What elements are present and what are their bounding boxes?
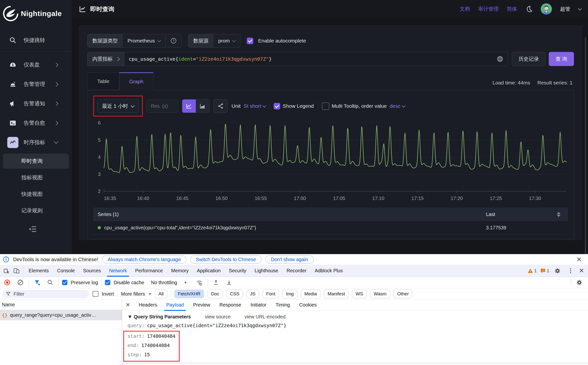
tab-timing[interactable]: Timing [271,299,294,311]
view-source-link[interactable]: view source [205,314,230,320]
sidebar-item-dashboards[interactable]: 仪表盘 [0,55,72,75]
tab-response[interactable]: Response [215,299,245,311]
tab-memory[interactable]: Memory [167,265,193,277]
tab-preview[interactable]: Preview [189,299,214,311]
sidebar-item-timeseries-metrics[interactable]: 时序指标 [0,133,72,152]
import-har-icon[interactable] [211,278,221,287]
dont-show-again-button[interactable]: Don't show again [265,255,314,264]
banner-close-icon[interactable]: ✕ [576,256,582,263]
sidebar-collapse-button[interactable] [29,225,72,233]
last-column-header[interactable]: Last [486,212,554,217]
device-toolbar-icon[interactable] [12,266,21,276]
filter-funnel-icon[interactable] [32,278,42,287]
line-chart-toggle[interactable] [182,100,196,113]
view-url-encoded-link[interactable]: view URL-encoded [245,314,286,320]
more-filters-caret-icon[interactable]: ▼ [148,292,151,296]
sort-icon[interactable] [554,212,564,217]
tab-network[interactable]: Network [105,265,131,277]
chip-wasm[interactable]: Wasm [370,290,390,298]
tab-security[interactable]: Security [225,265,250,277]
devtools-close-icon[interactable]: ✕ [579,267,584,274]
show-legend-checkbox[interactable] [274,103,280,109]
chip-media[interactable]: Media [301,290,321,298]
kebab-menu-icon[interactable] [566,266,575,276]
chip-doc[interactable]: Doc [207,290,223,298]
export-har-icon[interactable] [224,278,234,287]
chip-manifest[interactable]: Manifest [324,290,349,298]
more-filters-select[interactable]: More filters [121,291,145,297]
area-chart-toggle[interactable] [196,100,209,113]
promql-input[interactable]: cpu_usage_active{ident="iZ2ze4oi71k3qgdx… [124,52,508,66]
chip-font[interactable]: Font [262,290,279,298]
history-button[interactable]: 历史记录 [512,52,545,66]
tab-table[interactable]: Table [87,73,119,90]
search-icon[interactable] [45,278,55,287]
chip-all[interactable]: All [155,290,167,298]
resolution-input[interactable] [147,100,178,113]
user-label[interactable]: 超管 [560,6,570,12]
name-column-header[interactable]: Name [0,299,122,310]
tab-headers[interactable]: Headers [135,299,161,311]
avatar[interactable] [541,3,552,15]
sidebar-subitem-metric-views[interactable]: 指标视图 [3,170,69,185]
audit-link[interactable]: 审计管理 [478,6,499,12]
tab-initiator[interactable]: Initiator [246,299,270,311]
tab-adblock-plus[interactable]: Adblock Plus [310,265,347,277]
sidebar-quick-jump[interactable]: 快捷跳转 [0,31,72,50]
request-row[interactable]: {} query_range?query=cpu_usage_activ… [0,310,122,320]
datasource-type-select[interactable]: Prometheus [123,34,165,47]
throttling-select[interactable]: No throttling [151,280,177,285]
chip-ws[interactable]: WS [352,290,367,298]
tab-payload[interactable]: Payload [162,299,188,311]
sidebar-item-alert-management[interactable]: 告警管理 [0,75,72,94]
qsp-section-header[interactable]: ▼Query String Parameters [127,314,191,320]
disable-cache-checkbox[interactable] [105,280,110,285]
series-row[interactable]: cpu_usage_active{cpu="cpu-total",ident="… [93,221,568,235]
tab-console[interactable]: Console [53,265,79,277]
issues-icon[interactable]: 1 [540,268,549,274]
sidebar-subitem-recording-rules[interactable]: 记录规则 [3,203,69,218]
query-button[interactable]: 查 询 [549,52,574,66]
settings-gear-icon[interactable] [553,266,562,276]
filter-input[interactable] [13,291,75,297]
network-conditions-icon[interactable] [194,278,204,287]
help-icon[interactable]: ? [165,34,182,47]
docs-link[interactable]: 文档 [460,6,470,12]
warning-icon[interactable]: 1 [528,268,537,274]
record-icon[interactable] [2,278,12,287]
tab-graph[interactable]: Graph [119,72,153,90]
inspect-icon[interactable] [2,266,12,276]
tab-performance[interactable]: Performance [131,265,167,277]
builtin-metrics-button[interactable]: 内置指标 [87,52,124,66]
invert-checkbox[interactable] [93,291,98,297]
sidebar-item-alert-selfhealing[interactable]: 告警自愈 [0,113,72,133]
match-language-button[interactable]: Always match Chrome's language [102,255,186,264]
share-button[interactable] [214,99,228,113]
chip-js[interactable]: JS [246,290,259,298]
moon-icon[interactable] [525,5,532,13]
scrollbar[interactable] [585,37,586,268]
sidebar-subitem-instant-query[interactable]: 即时查询 [3,154,69,169]
datasource-select[interactable]: prom [213,34,240,47]
autocomplete-checkbox[interactable] [247,38,253,44]
language-link[interactable]: 简体 [507,6,517,12]
chip-other[interactable]: Other [394,290,413,298]
sidebar-subitem-quick-views[interactable]: 快捷视图 [3,187,69,202]
throttling-caret-icon[interactable]: ▼ [184,281,187,284]
clear-icon[interactable] [16,278,25,287]
switch-chinese-button[interactable]: Switch DevTools to Chinese [190,255,262,264]
chip-img[interactable]: Img [282,290,297,298]
multi-tooltip-checkbox[interactable] [322,102,329,110]
tab-lighthouse[interactable]: Lighthouse [250,265,282,277]
preserve-log-checkbox[interactable] [62,280,67,285]
tab-application[interactable]: Application [193,265,225,277]
globe-icon[interactable] [497,56,503,62]
time-range-select[interactable]: 最近 1 小时 [97,99,139,113]
chevron-down-icon[interactable] [578,7,582,10]
tab-sources[interactable]: Sources [79,265,105,277]
detail-close-icon[interactable]: ✕ [126,302,130,308]
tab-recorder[interactable]: Recorder [282,265,310,277]
chip-fetch-xhr[interactable]: Fetch/XHR [174,290,204,298]
tab-cookies[interactable]: Cookies [295,299,321,311]
chip-css[interactable]: CSS [226,290,243,298]
